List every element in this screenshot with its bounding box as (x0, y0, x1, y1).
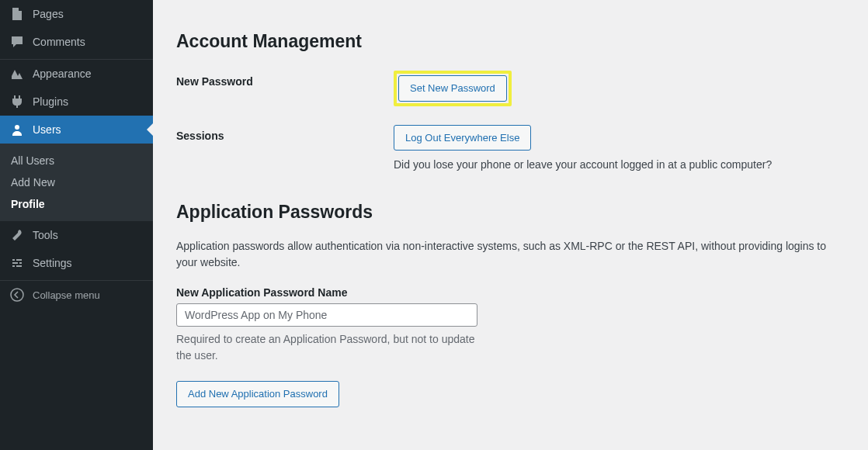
users-submenu: All Users Add New Profile (0, 144, 153, 221)
submenu-all-users[interactable]: All Users (0, 150, 153, 171)
sidebar-item-label: Plugins (33, 95, 68, 108)
sidebar-item-label: Tools (33, 229, 58, 241)
svg-point-1 (11, 289, 23, 301)
comments-icon (9, 34, 25, 50)
settings-icon (9, 255, 25, 271)
collapse-label: Collapse menu (33, 289, 100, 301)
application-passwords-description: Application passwords allow authenticati… (176, 238, 845, 271)
application-passwords-heading: Application Passwords (176, 202, 845, 223)
pages-icon (9, 6, 25, 22)
users-icon (9, 122, 25, 137)
tools-icon (9, 227, 25, 243)
add-application-password-button[interactable]: Add New Application Password (176, 381, 339, 407)
new-password-field: Set New Password (394, 71, 845, 106)
sidebar-item-appearance[interactable]: Appearance (0, 60, 153, 88)
svg-point-0 (15, 125, 19, 130)
submenu-profile[interactable]: Profile (0, 193, 153, 215)
new-password-label: New Password (176, 71, 394, 88)
sidebar-item-tools[interactable]: Tools (0, 221, 153, 249)
app-password-name-label: New Application Password Name (176, 286, 845, 299)
app-password-name-help: Required to create an Application Passwo… (176, 331, 477, 364)
submenu-add-new[interactable]: Add New (0, 171, 153, 193)
sidebar-item-users[interactable]: Users (0, 116, 153, 144)
collapse-menu[interactable]: Collapse menu (0, 281, 153, 309)
sessions-description: Did you lose your phone or leave your ac… (394, 158, 845, 171)
sidebar-item-label: Pages (33, 8, 64, 20)
admin-sidebar: Pages Comments Appearance Plugins Users … (0, 0, 153, 450)
logout-everywhere-button[interactable]: Log Out Everywhere Else (394, 125, 531, 151)
sidebar-item-label: Appearance (33, 68, 92, 80)
account-management-heading: Account Management (176, 31, 845, 52)
sidebar-item-label: Users (33, 123, 61, 136)
sessions-field: Log Out Everywhere Else Did you lose you… (394, 125, 845, 171)
sidebar-item-comments[interactable]: Comments (0, 28, 153, 56)
sidebar-item-label: Settings (33, 257, 72, 269)
sidebar-item-label: Comments (33, 36, 85, 48)
sidebar-item-settings[interactable]: Settings (0, 249, 153, 277)
sessions-label: Sessions (176, 125, 394, 142)
sidebar-item-pages[interactable]: Pages (0, 0, 153, 28)
highlight-box: Set New Password (394, 71, 512, 106)
collapse-icon (9, 287, 25, 303)
appearance-icon (9, 66, 25, 81)
row-sessions: Sessions Log Out Everywhere Else Did you… (176, 125, 845, 171)
set-new-password-button[interactable]: Set New Password (398, 75, 507, 102)
sidebar-item-plugins[interactable]: Plugins (0, 88, 153, 116)
app-password-name-input[interactable] (176, 303, 477, 327)
row-new-password: New Password Set New Password (176, 71, 845, 106)
plugins-icon (9, 94, 25, 109)
main-content: Account Management New Password Set New … (153, 0, 868, 450)
